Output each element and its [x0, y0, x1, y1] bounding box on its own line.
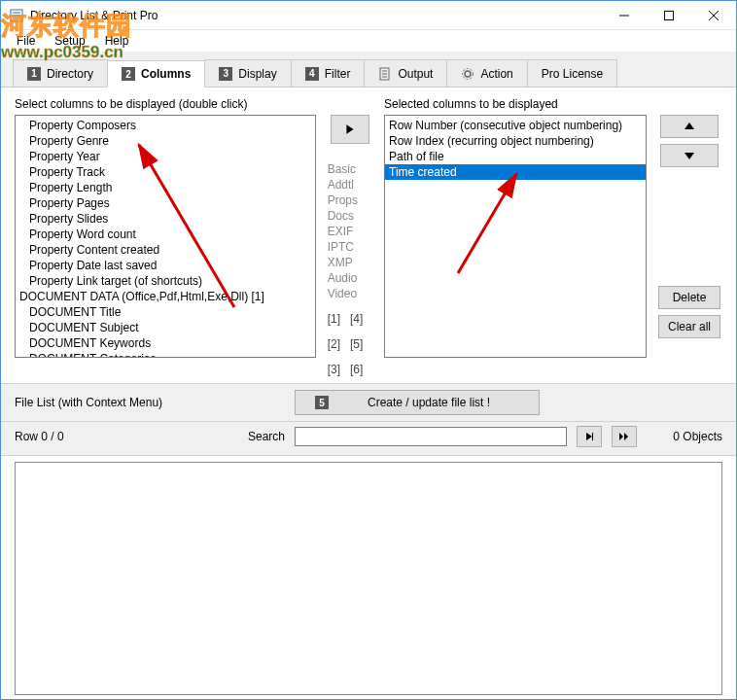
app-icon — [9, 8, 24, 23]
index-pair[interactable]: [3][6] — [328, 362, 373, 377]
svg-marker-16 — [684, 153, 694, 159]
svg-marker-15 — [684, 122, 694, 129]
selected-columns-label: Selected columns to be displayed — [384, 97, 647, 111]
index-pair[interactable]: [2][5] — [328, 336, 373, 352]
object-count: 0 Objects — [673, 430, 722, 443]
gear-icon — [461, 67, 474, 81]
tab-bar: 1Directory2Columns3Display4FilterOutputA… — [1, 52, 736, 88]
category-link-basic[interactable]: Basic — [328, 161, 373, 177]
available-column-item[interactable]: DOCUMENT Keywords — [16, 335, 315, 351]
tab-label: Filter — [325, 67, 351, 81]
available-column-item[interactable]: Property Year — [16, 149, 315, 164]
category-shortcuts: BasicAddtlPropsDocsEXIFIPTCXMPAudioVideo… — [328, 161, 373, 377]
search-last-button[interactable] — [612, 426, 637, 447]
available-column-item[interactable]: DOCUMENT DATA (Office,Pdf,Html,Exe,Dll) … — [16, 289, 315, 304]
search-next-button[interactable] — [577, 426, 602, 447]
menu-file[interactable]: File — [7, 32, 45, 50]
window-title: Directory List & Print Pro — [30, 9, 602, 22]
svg-marker-14 — [346, 124, 353, 134]
available-column-item[interactable]: DOCUMENT Categories — [16, 351, 315, 357]
available-column-item[interactable]: Property Length — [16, 180, 315, 195]
document-icon — [378, 67, 392, 81]
svg-point-12 — [465, 71, 471, 77]
selected-column-item[interactable]: Row Number (consecutive object numbering… — [385, 118, 646, 133]
tab-label: Output — [398, 67, 433, 81]
svg-rect-18 — [592, 433, 593, 440]
available-columns-list[interactable]: Property ComposersProperty GenreProperty… — [15, 115, 316, 358]
clear-all-button[interactable]: Clear all — [658, 315, 720, 338]
available-column-item[interactable]: Property Link target (of shortcuts) — [16, 273, 315, 289]
maximize-button[interactable] — [647, 1, 691, 29]
tab-number-badge: 3 — [219, 67, 232, 81]
svg-marker-19 — [619, 433, 623, 440]
selected-column-item[interactable]: Time created — [385, 164, 646, 180]
available-column-item[interactable]: Property Word count — [16, 227, 315, 242]
tab-label: Action — [480, 67, 512, 81]
delete-button[interactable]: Delete — [658, 286, 720, 309]
tab-filter[interactable]: 4Filter — [291, 59, 366, 87]
tab-number-badge: 2 — [122, 67, 135, 81]
available-column-item[interactable]: Property Date last saved — [16, 258, 315, 273]
create-update-button[interactable]: 5 Create / update file list ! — [295, 390, 540, 415]
category-link-audio[interactable]: Audio — [328, 270, 373, 286]
move-right-button[interactable] — [331, 115, 369, 144]
category-link-xmp[interactable]: XMP — [328, 255, 373, 270]
svg-marker-20 — [624, 433, 628, 440]
selected-column-item[interactable]: Row Index (recurring object numbering) — [385, 133, 646, 149]
available-column-item[interactable]: Property Content created — [16, 242, 315, 258]
tab-display[interactable]: 3Display — [204, 59, 291, 87]
index-pair[interactable]: [1][4] — [328, 311, 373, 327]
svg-point-13 — [463, 68, 474, 79]
close-button[interactable] — [691, 1, 736, 29]
move-up-button[interactable] — [660, 115, 719, 138]
step-5-badge: 5 — [315, 396, 329, 409]
create-update-label: Create / update file list ! — [368, 396, 490, 409]
available-column-item[interactable]: Property Composers — [16, 118, 315, 133]
category-link-docs[interactable]: Docs — [328, 208, 373, 224]
search-label: Search — [248, 430, 285, 443]
menu-help[interactable]: Help — [95, 32, 139, 50]
tab-action[interactable]: Action — [446, 59, 527, 87]
tab-label: Pro License — [542, 67, 603, 81]
category-link-addtl[interactable]: Addtl — [328, 177, 373, 192]
menu-setup[interactable]: Setup — [45, 32, 94, 50]
category-link-props[interactable]: Props — [328, 192, 373, 208]
available-column-item[interactable]: DOCUMENT Title — [16, 304, 315, 320]
available-column-item[interactable]: Property Pages — [16, 195, 315, 211]
svg-marker-17 — [586, 433, 592, 440]
available-column-item[interactable]: Property Slides — [16, 211, 315, 227]
minimize-button[interactable] — [602, 1, 647, 29]
selected-columns-list[interactable]: Row Number (consecutive object numbering… — [384, 115, 647, 358]
svg-rect-5 — [665, 11, 674, 19]
tab-directory[interactable]: 1Directory — [13, 59, 108, 87]
category-link-video[interactable]: Video — [328, 286, 373, 301]
row-counter: Row 0 / 0 — [15, 430, 238, 443]
move-down-button[interactable] — [660, 144, 719, 167]
available-columns-label: Select columns to be displayed (double c… — [15, 97, 316, 111]
tab-label: Display — [238, 67, 276, 81]
available-column-item[interactable]: DOCUMENT Subject — [16, 320, 315, 335]
tab-number-badge: 1 — [27, 67, 41, 81]
tab-pro-license[interactable]: Pro License — [527, 59, 617, 87]
tab-output[interactable]: Output — [364, 59, 447, 87]
selected-column-item[interactable]: Path of file — [385, 149, 646, 164]
tab-label: Directory — [47, 67, 93, 81]
search-input[interactable] — [295, 427, 567, 446]
available-column-item[interactable]: Property Genre — [16, 133, 315, 149]
file-list-label: File List (with Context Menu) — [15, 396, 287, 409]
tab-number-badge: 4 — [305, 67, 319, 81]
category-link-exif[interactable]: EXIF — [328, 224, 373, 239]
tab-columns[interactable]: 2Columns — [107, 60, 205, 88]
category-link-iptc[interactable]: IPTC — [328, 239, 373, 255]
available-column-item[interactable]: Property Track — [16, 164, 315, 180]
tab-label: Columns — [141, 67, 191, 81]
file-list-area[interactable] — [15, 462, 722, 695]
